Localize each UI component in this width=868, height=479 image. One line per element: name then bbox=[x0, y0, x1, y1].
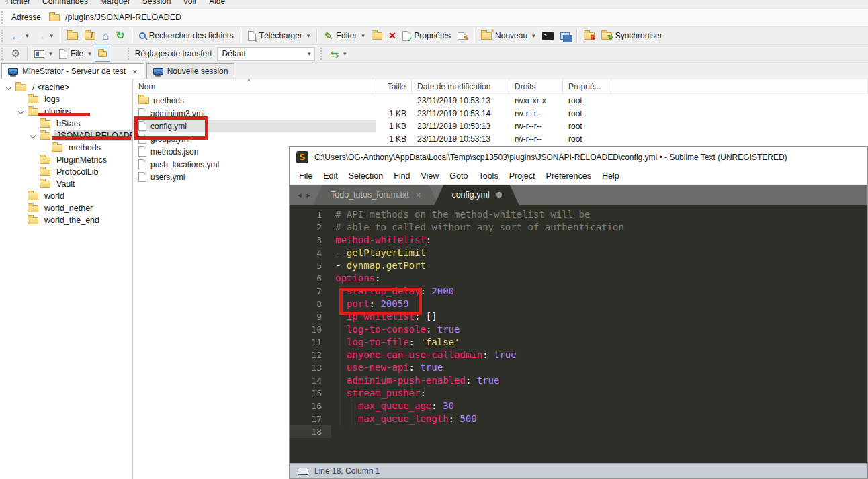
sublime-menu-file[interactable]: File bbox=[294, 171, 318, 181]
code-line-16[interactable]: 16 max_queue_age: 30 bbox=[290, 400, 867, 412]
file-row-config-yml[interactable]: config.yml1 KB23/11/2019 10:53:13rw-r--r… bbox=[133, 120, 868, 132]
edit-button[interactable]: ✎Editer▾ bbox=[320, 28, 367, 44]
winscp-menu-marquer[interactable]: Marquer bbox=[94, 0, 136, 8]
tree-item-world-nether[interactable]: world_nether bbox=[0, 202, 132, 214]
winscp-menu-fichier[interactable]: Fichier bbox=[0, 0, 36, 8]
chevron-down-icon[interactable] bbox=[30, 133, 36, 138]
column-header-owner[interactable]: Proprié... bbox=[563, 79, 611, 93]
column-header-rights[interactable]: Droits bbox=[509, 79, 563, 93]
delete-button[interactable]: × bbox=[386, 28, 400, 44]
file-view-button[interactable]: File▾ bbox=[56, 46, 95, 62]
code-line-13[interactable]: 13 use-new-api: true bbox=[290, 361, 867, 374]
code-line-18[interactable]: 18 bbox=[290, 425, 867, 438]
parent-directory-button[interactable]: ↑ bbox=[64, 28, 81, 44]
sublime-menu-edit[interactable]: Edit bbox=[318, 171, 343, 181]
code-line-11[interactable]: 11 log-to-file: 'false' bbox=[290, 336, 867, 349]
cursor-position-status[interactable]: Line 18, Column 1 bbox=[314, 466, 380, 476]
winscp-menu-commandes[interactable]: Commandes bbox=[36, 0, 94, 8]
code-line-2[interactable]: 2# able to called without any sort of au… bbox=[290, 221, 867, 234]
refresh-button[interactable]: ↻ bbox=[112, 28, 128, 44]
tab-scroll-left-icon[interactable]: ◂ bbox=[298, 191, 302, 200]
code-line-12[interactable]: 12 anyone-can-use-calladmin: true bbox=[290, 349, 867, 361]
tree-item-protocollib[interactable]: ProtocolLib bbox=[0, 166, 132, 178]
preferences-button[interactable]: ⚙ bbox=[7, 46, 24, 62]
tab-scroll-right-icon[interactable]: ▸ bbox=[307, 191, 311, 200]
find-files-button[interactable]: Rechercher des fichiers bbox=[136, 28, 237, 44]
forward-button[interactable]: →▾ bbox=[32, 28, 57, 44]
tree-item-methods[interactable]: methods bbox=[0, 142, 132, 154]
address-path-input[interactable]: /plugins/JSONAPI-RELOADED bbox=[65, 13, 181, 22]
root-directory-button[interactable]: / bbox=[81, 28, 99, 44]
tree-item-bstats[interactable]: bStats bbox=[0, 118, 132, 130]
code-line-4[interactable]: 4- getPlayerLimit bbox=[290, 247, 867, 259]
tree-item-racine[interactable]: / <racine> bbox=[0, 81, 132, 93]
sublime-menu-tools[interactable]: Tools bbox=[473, 171, 503, 181]
file-dropdown-icon: ▾ bbox=[88, 50, 91, 57]
download-button[interactable]: ↓Télécharger▾ bbox=[245, 28, 314, 44]
chevron-down-icon[interactable] bbox=[18, 109, 24, 114]
column-header-date[interactable]: Date de modification bbox=[412, 79, 509, 93]
file-row-groups-yml[interactable]: groups.yml1 KB23/11/2019 10:53:13rw-r--r… bbox=[133, 132, 868, 145]
home-directory-button[interactable]: ⌂ bbox=[99, 28, 112, 44]
sublime-title-bar[interactable]: S C:\Users\OG-Anthony\AppData\Local\Temp… bbox=[290, 147, 867, 167]
session-tab-minestrator[interactable]: MineStrator - Serveur de test × bbox=[1, 63, 144, 79]
tree-item-world-the-end[interactable]: world_the_end bbox=[0, 214, 132, 226]
tree-item-jsonapi-reloaded[interactable]: JSONAPI-RELOADED bbox=[0, 130, 132, 142]
open-button[interactable] bbox=[368, 28, 386, 44]
synchronize-button[interactable]: ↻Synchroniser bbox=[598, 28, 666, 44]
editor-tab-todo[interactable]: Todo_tutos_forum.txt × bbox=[313, 185, 438, 205]
properties-button[interactable]: ✓Propriétés bbox=[399, 28, 454, 44]
column-header-name[interactable]: Nom^ bbox=[133, 79, 376, 93]
code-line-1[interactable]: 1# API methods on the method-whitelist w… bbox=[290, 208, 867, 221]
new-button[interactable]: *Nouveau▾ bbox=[478, 28, 539, 44]
code-line-10[interactable]: 10 log-to-console: true bbox=[290, 323, 867, 336]
tree-item-logs[interactable]: logs bbox=[0, 93, 132, 105]
back-button[interactable]: ←▾ bbox=[7, 28, 32, 44]
transfer-settings-select[interactable]: Défaut ▾ bbox=[217, 47, 315, 61]
session-close-icon[interactable]: × bbox=[132, 67, 138, 77]
sublime-menu-preferences[interactable]: Preferences bbox=[541, 171, 597, 181]
code-text: anyone-can-use-calladmin: true bbox=[331, 349, 517, 361]
transfer-options-button[interactable]: ⇆▾ bbox=[327, 46, 349, 62]
code-line-3[interactable]: 3method-whitelist: bbox=[290, 234, 867, 247]
rename-button[interactable]: ✎ bbox=[454, 28, 470, 44]
file-row-methods[interactable]: methods23/11/2019 10:53:13rwxr-xr-xroot bbox=[133, 94, 868, 107]
code-line-14[interactable]: 14 adminium-push-enabled: true bbox=[290, 374, 867, 387]
sublime-menu-help[interactable]: Help bbox=[597, 171, 625, 181]
editor-tab-config[interactable]: config.yml bbox=[434, 185, 519, 205]
sublime-menu-goto[interactable]: Goto bbox=[444, 171, 473, 181]
code-line-6[interactable]: 6options: bbox=[290, 272, 867, 285]
code-line-15[interactable]: 15 stream_pusher: bbox=[290, 387, 867, 400]
tree-item-pluginmetrics[interactable]: PluginMetrics bbox=[0, 154, 132, 166]
panel-layout-button[interactable]: ▾ bbox=[31, 46, 56, 62]
file-rights-cell: rwxr-xr-x bbox=[509, 94, 563, 107]
tree-item-vault[interactable]: Vault bbox=[0, 178, 132, 190]
column-header-size[interactable]: Taille bbox=[376, 79, 412, 93]
tree-item-world[interactable]: world bbox=[0, 190, 132, 202]
sublime-menu-selection[interactable]: Selection bbox=[343, 171, 388, 181]
session-tab-new[interactable]: Nouvelle session bbox=[146, 63, 235, 79]
code-editor[interactable]: 1# API methods on the method-whitelist w… bbox=[290, 205, 867, 463]
show-tree-toggle[interactable] bbox=[95, 46, 110, 62]
line-number: 13 bbox=[290, 361, 331, 374]
sync-browsing-button[interactable]: ⇅ bbox=[580, 28, 598, 44]
winscp-menu-session[interactable]: Session bbox=[136, 0, 177, 8]
sublime-menu-view[interactable]: View bbox=[415, 171, 444, 181]
sublime-menu-project[interactable]: Project bbox=[504, 171, 541, 181]
chevron-down-icon[interactable] bbox=[6, 85, 11, 90]
tab-close-icon[interactable]: × bbox=[416, 190, 421, 200]
code-line-5[interactable]: 5- dynmap.getPort bbox=[290, 259, 867, 272]
tree-item-label: world_the_end bbox=[42, 215, 101, 226]
console-button[interactable]: > bbox=[539, 28, 557, 44]
winscp-menu-voir[interactable]: Voir bbox=[177, 0, 203, 8]
code-line-17[interactable]: 17 max_queue_length: 500 bbox=[290, 412, 867, 425]
sublime-menu-find[interactable]: Find bbox=[388, 171, 415, 181]
file-owner-cell: root bbox=[563, 107, 611, 120]
tab-scroll-arrows[interactable]: ◂▸ bbox=[294, 185, 317, 205]
open-session-in-putty-button[interactable] bbox=[557, 28, 573, 44]
file-row-adminium3-yml[interactable]: adminium3.yml1 KB23/11/2019 10:53:14rw-r… bbox=[133, 107, 868, 120]
home-icon: ⌂ bbox=[102, 30, 109, 42]
status-panel-icon[interactable] bbox=[298, 468, 308, 475]
code-text: - getPlayerLimit bbox=[331, 247, 426, 259]
winscp-menu-aide[interactable]: Aide bbox=[203, 0, 231, 8]
